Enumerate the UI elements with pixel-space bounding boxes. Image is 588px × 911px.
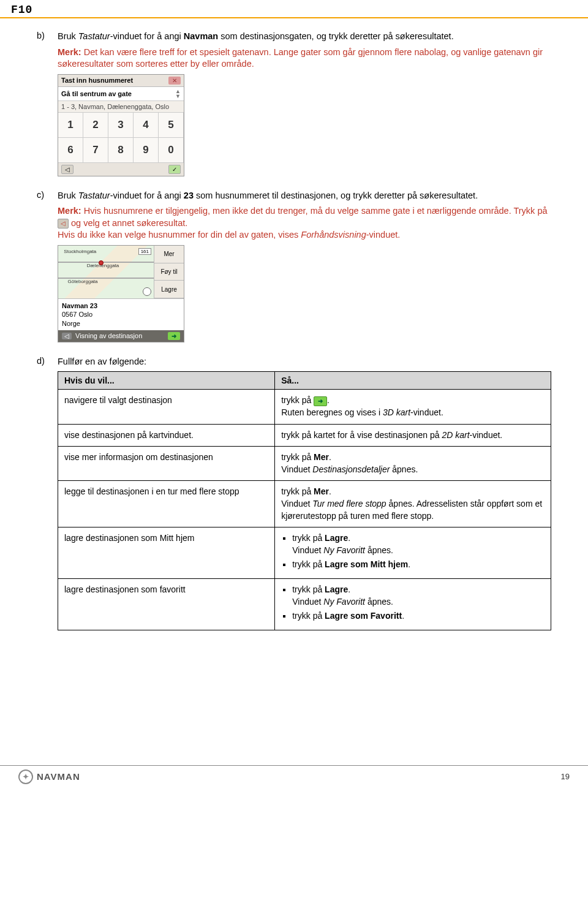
key-3[interactable]: 3 bbox=[108, 113, 134, 138]
street-label-3: Göteborggata bbox=[68, 279, 98, 284]
list-item: trykk på Lagre som Mitt hjem. bbox=[292, 559, 545, 571]
list-item: trykk på Lagre. Vinduet Ny Favoritt åpne… bbox=[292, 532, 545, 556]
road-sign: 161 bbox=[138, 248, 151, 255]
map-footer-label: Visning av destinasjon bbox=[75, 332, 142, 339]
close-icon[interactable]: ✕ bbox=[168, 77, 181, 85]
table-row: vise destinasjonen på kartvinduet. trykk… bbox=[58, 424, 551, 447]
logo-icon: ✦ bbox=[18, 769, 33, 784]
map-address: Navman 23 0567 Oslo Norge bbox=[58, 298, 184, 330]
table-row: lagre destinasjonen som Mitt hjem trykk … bbox=[58, 527, 551, 579]
ok-icon[interactable]: ✓ bbox=[168, 165, 181, 174]
row-left: lagre destinasjonen som Mitt hjem bbox=[58, 527, 275, 579]
zoom-icon[interactable] bbox=[143, 287, 151, 296]
row-right: trykk på Mer. Vinduet Destinasjonsdetalj… bbox=[275, 447, 551, 481]
keypad-title: Tast inn husnummeret bbox=[61, 77, 133, 84]
table-header-row: Hvis du vil... Så... bbox=[58, 372, 551, 390]
key-9[interactable]: 9 bbox=[134, 138, 159, 163]
map-side-buttons: Mer Føy til Lagre bbox=[154, 246, 184, 298]
map-image[interactable]: Stockholmgata Dælenenggata Göteborggata … bbox=[58, 246, 154, 298]
key-7[interactable]: 7 bbox=[83, 138, 108, 163]
table-header-then: Så... bbox=[275, 372, 551, 390]
table-row: vise mer informasjon om destinasjonen tr… bbox=[58, 447, 551, 481]
step-b-note: Merk: Det kan være flere treff for et sp… bbox=[58, 47, 551, 70]
table-row: lagre destinasjonen som favoritt trykk p… bbox=[58, 578, 551, 630]
keypad-result-row[interactable]: 1 - 3, Navman, Dælenenggata, Oslo bbox=[58, 101, 184, 113]
keypad-title-row: Tast inn husnummeret ✕ bbox=[58, 75, 184, 87]
keypad-keys: 1 2 3 4 5 6 7 8 9 0 bbox=[58, 113, 184, 163]
street-label-1: Stockholmgata bbox=[64, 249, 96, 254]
step-d: d) Fullfør en av følgende: Hvis du vil..… bbox=[37, 356, 551, 630]
keypad-footer: ◁ ✓ bbox=[58, 163, 184, 176]
map-footer: ◁ Visning av destinasjon ➜ bbox=[58, 330, 184, 342]
sort-arrows-icon: ▲▼ bbox=[175, 89, 181, 99]
key-2[interactable]: 2 bbox=[83, 113, 108, 138]
row-right: trykk på Mer. Vinduet Tur med flere stop… bbox=[275, 481, 551, 527]
step-c-body: Bruk Tastatur-vinduet for å angi 23 som … bbox=[58, 190, 551, 351]
row-right: trykk på kartet for å vise destinasjonen… bbox=[275, 424, 551, 447]
step-d-body: Fullfør en av følgende: Hvis du vil... S… bbox=[58, 356, 551, 630]
table-row: legge til destinasjonen i en tur med fle… bbox=[58, 481, 551, 527]
key-0[interactable]: 0 bbox=[159, 138, 184, 163]
page-footer: ✦ NAVMAN 19 bbox=[0, 765, 588, 793]
side-mer-button[interactable]: Mer bbox=[154, 246, 184, 263]
row-left: legge til destinasjonen i en tur med fle… bbox=[58, 481, 275, 527]
step-b: b) Bruk Tastatur-vinduet for å angi Navm… bbox=[37, 31, 551, 185]
navman-logo: ✦ NAVMAN bbox=[18, 769, 80, 784]
table-row: navigere til valgt destinasjon trykk på … bbox=[58, 390, 551, 424]
row-left: lagre destinasjonen som favoritt bbox=[58, 578, 275, 630]
row-right: trykk på Lagre. Vinduet Ny Favoritt åpne… bbox=[275, 527, 551, 579]
map-body: Stockholmgata Dælenenggata Göteborggata … bbox=[58, 246, 184, 298]
back-icon[interactable]: ◁ bbox=[61, 165, 74, 174]
destination-marker-icon bbox=[99, 260, 104, 265]
page-header: F10 bbox=[0, 0, 588, 18]
step-c-letter: c) bbox=[37, 190, 58, 351]
step-d-text: Fullfør en av følgende: bbox=[58, 356, 551, 368]
list-item: trykk på Lagre som Favoritt. bbox=[292, 610, 545, 622]
keypad-center-row[interactable]: Gå til sentrum av gate ▲▼ bbox=[58, 87, 184, 101]
keypad-center-label: Gå til sentrum av gate bbox=[61, 90, 132, 97]
go-inline-icon: ➜ bbox=[314, 396, 327, 406]
row-left: navigere til valgt destinasjon bbox=[58, 390, 275, 424]
step-c-text: Bruk Tastatur-vinduet for å angi 23 som … bbox=[58, 190, 551, 202]
step-b-body: Bruk Tastatur-vinduet for å angi Navman … bbox=[58, 31, 551, 185]
keypad-screenshot: Tast inn husnummeret ✕ Gå til sentrum av… bbox=[58, 74, 184, 176]
row-right: trykk på Lagre. Vinduet Ny Favoritt åpne… bbox=[275, 578, 551, 630]
list-item: trykk på Lagre. Vinduet Ny Favoritt åpne… bbox=[292, 584, 545, 608]
key-4[interactable]: 4 bbox=[134, 113, 159, 138]
row-right: trykk på ➜. Ruten beregnes og vises i 3D… bbox=[275, 390, 551, 424]
key-6[interactable]: 6 bbox=[58, 138, 83, 163]
step-d-letter: d) bbox=[37, 356, 58, 630]
step-c-note: Merk: Hvis husnumrene er tilgjengelig, m… bbox=[58, 205, 551, 241]
side-foytil-button[interactable]: Føy til bbox=[154, 263, 184, 281]
actions-table: Hvis du vil... Så... navigere til valgt … bbox=[58, 371, 551, 630]
step-b-letter: b) bbox=[37, 31, 58, 185]
key-8[interactable]: 8 bbox=[108, 138, 134, 163]
step-c: c) Bruk Tastatur-vinduet for å angi 23 s… bbox=[37, 190, 551, 351]
key-1[interactable]: 1 bbox=[58, 113, 83, 138]
back-inline-icon: ◁ bbox=[58, 219, 69, 229]
side-lagre-button[interactable]: Lagre bbox=[154, 281, 184, 298]
page-number: 19 bbox=[561, 772, 570, 781]
go-icon[interactable]: ➜ bbox=[168, 332, 180, 340]
map-screenshot: Stockholmgata Dælenenggata Göteborggata … bbox=[58, 245, 184, 342]
brand-name: NAVMAN bbox=[37, 771, 80, 782]
key-5[interactable]: 5 bbox=[159, 113, 184, 138]
bullet-list: trykk på Lagre. Vinduet Ny Favoritt åpne… bbox=[281, 584, 545, 622]
row-left: vise destinasjonen på kartvinduet. bbox=[58, 424, 275, 447]
bullet-list: trykk på Lagre. Vinduet Ny Favoritt åpne… bbox=[281, 532, 545, 571]
row-left: vise mer informasjon om destinasjonen bbox=[58, 447, 275, 481]
header-title: F10 bbox=[11, 4, 32, 16]
step-b-text: Bruk Tastatur-vinduet for å angi Navman … bbox=[58, 31, 551, 43]
table-header-if: Hvis du vil... bbox=[58, 372, 275, 390]
map-back-icon[interactable]: ◁ bbox=[62, 333, 72, 339]
page-content: b) Bruk Tastatur-vinduet for å angi Navm… bbox=[0, 18, 588, 630]
